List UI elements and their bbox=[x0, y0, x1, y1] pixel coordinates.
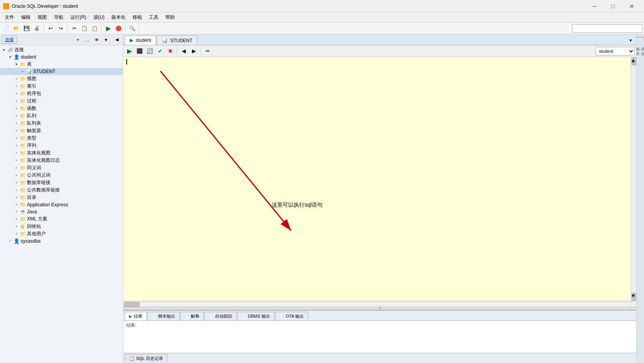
strip-btn3[interactable]: 综合 bbox=[635, 48, 644, 50]
tree-types-folder[interactable]: + 📁 类型 bbox=[0, 134, 123, 142]
menu-tools[interactable]: 工具 bbox=[146, 13, 161, 21]
tab-student-sql[interactable]: ▶ student bbox=[125, 36, 156, 45]
open-btn[interactable]: 📂 bbox=[12, 24, 21, 33]
menu-view[interactable]: 视图 bbox=[34, 13, 50, 21]
sql-edit-btn[interactable]: ✏ bbox=[203, 46, 212, 56]
tree-student-connection[interactable]: ▼ 👤 student bbox=[0, 54, 123, 61]
sql-connection-select[interactable]: student sysasdba bbox=[596, 47, 635, 55]
global-search-input[interactable] bbox=[572, 24, 642, 33]
maximize-button[interactable]: □ bbox=[604, 0, 622, 13]
vscroll-down-btn[interactable]: ▼ bbox=[631, 293, 636, 300]
indexes-expander[interactable]: + bbox=[13, 83, 20, 89]
copy-btn[interactable]: 📋 bbox=[80, 24, 89, 33]
refresh-connection-btn[interactable]: … bbox=[83, 36, 91, 44]
editor-hscrollbar[interactable] bbox=[123, 302, 631, 307]
menu-migrate[interactable]: 移植 bbox=[129, 13, 145, 21]
tab-dropdown-btn[interactable]: ▼ bbox=[627, 36, 635, 44]
sysasdba-expander[interactable]: + bbox=[7, 238, 13, 244]
functions-expander[interactable]: + bbox=[13, 106, 20, 112]
hscroll-thumb[interactable] bbox=[124, 302, 140, 307]
tree-queues-folder[interactable]: + 📁 队列 bbox=[0, 112, 123, 120]
paste-btn[interactable]: 📋 bbox=[90, 24, 99, 33]
result-tab-ota[interactable]: 📄 OTA 输出 bbox=[275, 312, 308, 320]
synonyms-expander[interactable]: + bbox=[13, 165, 20, 171]
menu-versioning[interactable]: 版本化 bbox=[108, 13, 129, 21]
sql-editor[interactable]: 这里可以执行sql语句 ▲ ▼ bbox=[123, 57, 636, 301]
sql-stop-btn[interactable]: ⬛ bbox=[135, 46, 144, 56]
search-btn-toolbar[interactable]: 🔍 bbox=[127, 24, 137, 33]
public-dblinks-expander[interactable]: + bbox=[13, 187, 20, 193]
tree-dblinks-folder[interactable]: + 📁 数据库链接 bbox=[0, 179, 123, 186]
cut-btn[interactable]: ✂ bbox=[70, 24, 79, 33]
editor-vscrollbar[interactable]: ▲ ▼ bbox=[631, 57, 636, 301]
triggers-expander[interactable]: + bbox=[13, 128, 20, 134]
sequences-expander[interactable]: + bbox=[13, 143, 20, 149]
tree-root-connections[interactable]: ▼ 🔗 连接 bbox=[0, 46, 123, 54]
tab-student-table[interactable]: 📊 STUDENT bbox=[157, 36, 197, 45]
tree-directories-folder[interactable]: + 📁 目录 bbox=[0, 194, 123, 201]
menu-run[interactable]: 运行(R) bbox=[67, 13, 90, 21]
tree-sysasdba-connection[interactable]: + 👤 sysasdba bbox=[0, 238, 123, 245]
sql-rollback-btn[interactable]: ✖ bbox=[165, 46, 175, 56]
tree-public-dblinks-folder[interactable]: + 📁 公共数据库链接 bbox=[0, 186, 123, 194]
minimize-button[interactable]: ─ bbox=[585, 0, 603, 13]
student-expander[interactable]: ▼ bbox=[7, 54, 13, 60]
print-btn[interactable]: 🖨 bbox=[32, 24, 41, 33]
menu-edit[interactable]: 编辑 bbox=[18, 13, 34, 21]
run-main-btn[interactable]: ▶ bbox=[104, 24, 113, 33]
tree-public-synonyms-folder[interactable]: + 📁 公共同义词 bbox=[0, 172, 123, 179]
panel-resize-handle[interactable]: ▼ bbox=[123, 307, 636, 310]
new-connection-btn[interactable]: + bbox=[74, 36, 82, 44]
tree-other-users-folder[interactable]: + 📁 其他用户 bbox=[0, 230, 123, 238]
mviews-expander[interactable]: + bbox=[13, 150, 20, 156]
menu-file[interactable]: 文件 bbox=[2, 13, 17, 21]
java-expander[interactable]: + bbox=[13, 209, 20, 215]
recycle-expander[interactable]: + bbox=[13, 224, 20, 230]
filter-btn[interactable]: ▼ bbox=[102, 36, 110, 44]
sql-forward-btn[interactable]: ▶ bbox=[189, 46, 199, 56]
vscroll-track[interactable] bbox=[631, 66, 636, 292]
tree-apex-folder[interactable]: + 📁 Application Express bbox=[0, 201, 123, 208]
public-synonyms-expander[interactable]: + bbox=[13, 172, 20, 179]
dblinks-expander[interactable]: + bbox=[13, 180, 20, 186]
result-tab-results[interactable]: ▶ 结果 bbox=[125, 312, 147, 320]
tree-synonyms-folder[interactable]: + 📁 同义词 bbox=[0, 164, 123, 172]
sql-run-btn[interactable]: ▶ bbox=[125, 46, 134, 56]
tree-recycle-folder[interactable]: + 🗑 回收站 bbox=[0, 223, 123, 230]
result-tab-autotrace[interactable]: 📄 自动跟踪 bbox=[205, 312, 237, 320]
save-btn[interactable]: 💾 bbox=[22, 24, 31, 33]
sql-refresh-btn[interactable]: 🔄 bbox=[145, 46, 154, 56]
tree-indexes-folder[interactable]: + 📁 索引 bbox=[0, 82, 123, 90]
result-tab-script[interactable]: 📄 脚本输出 bbox=[147, 312, 179, 320]
tree-mviews-folder[interactable]: + 📁 实体化视图 bbox=[0, 149, 123, 157]
tree-java-folder[interactable]: + ☕ Java bbox=[0, 208, 123, 215]
view-btn[interactable]: 👁 bbox=[92, 36, 101, 44]
undo-btn[interactable]: ↩ bbox=[46, 24, 55, 33]
tree-packages-folder[interactable]: + 📁 程序包 bbox=[0, 90, 123, 97]
types-expander[interactable]: + bbox=[13, 135, 20, 141]
other-users-expander[interactable]: + bbox=[13, 231, 20, 237]
tree-student-table[interactable]: + 📊 STUDENT bbox=[0, 68, 123, 75]
tree-sequences-folder[interactable]: + 📁 序列 bbox=[0, 142, 123, 149]
collapse-left-btn[interactable]: ◀ bbox=[113, 36, 121, 44]
new-btn[interactable]: 📄 bbox=[2, 24, 11, 33]
menu-help[interactable]: 帮助 bbox=[162, 13, 178, 21]
tree-functions-folder[interactable]: + 📁 函数 bbox=[0, 105, 123, 112]
vscroll-up-btn[interactable]: ▲ bbox=[631, 57, 636, 65]
sql-commit-btn[interactable]: ✔ bbox=[155, 46, 165, 56]
tree-views-folder[interactable]: + 📁 视图 bbox=[0, 75, 123, 82]
xml-expander[interactable]: + bbox=[13, 216, 20, 222]
tree-mview-logs-folder[interactable]: + 📁 实体化视图日志 bbox=[0, 157, 123, 164]
menu-source[interactable]: 源(U) bbox=[90, 13, 108, 21]
sql-history-item[interactable]: 📋 SQL 历史记录 bbox=[125, 354, 167, 363]
debug-btn[interactable]: 🔴 bbox=[114, 24, 123, 33]
apex-expander[interactable]: + bbox=[13, 202, 20, 208]
tree-queue-tables-folder[interactable]: + 📁 队列表 bbox=[0, 120, 123, 127]
tables-expander[interactable]: ▼ bbox=[13, 61, 20, 68]
root-expander[interactable]: ▼ bbox=[1, 47, 7, 53]
queue-tables-expander[interactable]: + bbox=[13, 120, 20, 127]
connection-label[interactable]: 连接 bbox=[2, 36, 17, 44]
student-table-expander[interactable]: + bbox=[20, 68, 26, 75]
sql-back-btn[interactable]: ◀ bbox=[179, 46, 188, 56]
procedures-expander[interactable]: + bbox=[13, 98, 20, 104]
